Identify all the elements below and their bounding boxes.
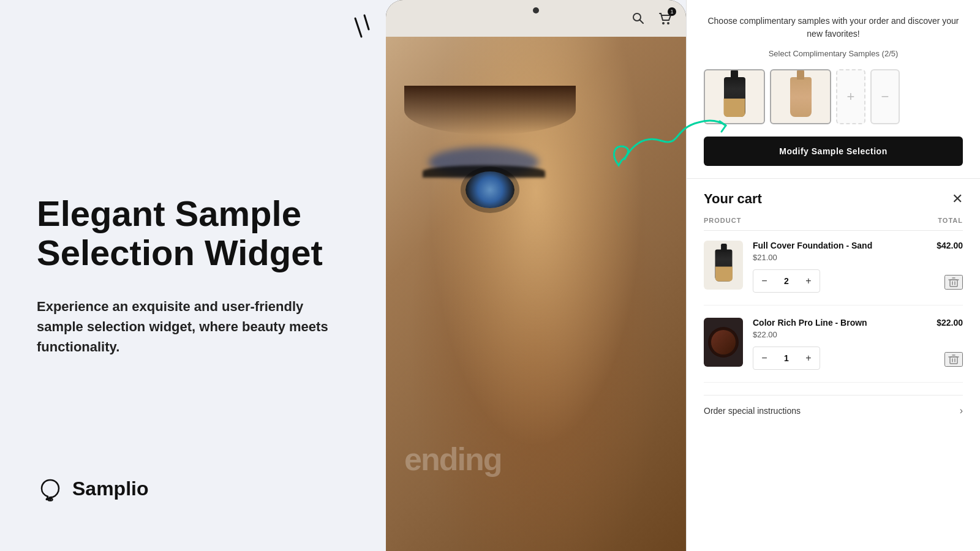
- cart-table-header: PRODUCT TOTAL: [704, 217, 963, 231]
- svg-rect-7: [950, 280, 957, 287]
- plus-icon: +: [847, 89, 855, 105]
- cart-header: Your cart ✕: [704, 191, 963, 207]
- sample-item-2[interactable]: [770, 69, 831, 124]
- trending-text: ending: [404, 441, 501, 478]
- cart-item-2-delete-button[interactable]: [944, 352, 963, 367]
- cart-icon-container[interactable]: 1: [657, 10, 674, 27]
- cart-item-1-product-image: [715, 249, 732, 281]
- total-column-header: TOTAL: [938, 217, 963, 224]
- sample-subtitle: Select Complimentary Samples (2/5): [704, 49, 963, 58]
- hero-description: Experience an exquisite and user-friendl…: [37, 296, 331, 357]
- hero-title: Elegant Sample Selection Widget: [37, 194, 380, 272]
- cart-item-2-qty-control: − 1 +: [753, 347, 820, 370]
- sample-add-slot[interactable]: +: [836, 69, 865, 124]
- foundation-tan-bottle: [790, 77, 812, 117]
- cart-item-1-details: Full Cover Foundation - Sand $21.00 − 2 …: [753, 241, 927, 293]
- right-panel: Choose complimentary samples with your o…: [686, 0, 980, 551]
- svg-point-5: [662, 22, 665, 24]
- cart-item-2-qty-value: 1: [775, 353, 797, 363]
- order-instructions-label: Order special instructions: [704, 406, 801, 416]
- cart-item-2-details: Color Rich Pro Line - Brown $22.00 − 1 +: [753, 318, 927, 370]
- cart-item-2-total: $22.00: [937, 318, 963, 328]
- cart-item-1-qty-increase[interactable]: +: [797, 270, 820, 292]
- tablet-topbar: 1: [386, 0, 686, 37]
- cart-item-1-qty-value: 2: [775, 276, 797, 286]
- cart-badge: 1: [668, 7, 676, 16]
- cart-item-2-qty-increase[interactable]: +: [797, 347, 820, 369]
- order-instructions[interactable]: Order special instructions ›: [704, 395, 963, 426]
- tablet-frame: 1 ending: [386, 0, 686, 551]
- tablet-camera: [533, 7, 539, 13]
- cart-item-1-unit-price: $21.00: [753, 253, 927, 262]
- sample-item-1[interactable]: [704, 69, 765, 124]
- search-icon[interactable]: [630, 10, 647, 27]
- logo-area: Samplio: [37, 475, 148, 502]
- svg-line-4: [640, 20, 644, 24]
- sample-widget: Choose complimentary samples with your o…: [687, 0, 980, 179]
- cart-title: Your cart: [704, 191, 762, 207]
- chevron-down-icon: ›: [960, 405, 963, 416]
- cart-item: Color Rich Pro Line - Brown $22.00 − 1 +…: [704, 318, 963, 383]
- svg-rect-12: [950, 357, 957, 364]
- product-column-header: PRODUCT: [704, 217, 741, 224]
- foundation-dark-bottle: [724, 77, 745, 117]
- cart-item-2-unit-price: $22.00: [753, 330, 927, 339]
- cart-close-button[interactable]: ✕: [952, 191, 963, 207]
- cart-item-1-qty-control: − 2 +: [753, 269, 820, 293]
- minus-icon: −: [881, 89, 889, 105]
- cart-item-1-name: Full Cover Foundation - Sand: [753, 241, 927, 250]
- left-panel: Elegant Sample Selection Widget Experien…: [37, 0, 380, 551]
- cart-item: Full Cover Foundation - Sand $21.00 − 2 …: [704, 241, 963, 305]
- modify-sample-selection-button[interactable]: Modify Sample Selection: [704, 137, 963, 166]
- svg-point-0: [48, 497, 52, 500]
- face-image: ending: [386, 37, 686, 551]
- sample-widget-title: Choose complimentary samples with your o…: [704, 15, 963, 40]
- cart-item-1-qty-decrease[interactable]: −: [753, 270, 775, 292]
- logo-text: Samplio: [72, 478, 148, 500]
- sample-items-row: + −: [704, 69, 963, 124]
- cart-item-2-name: Color Rich Pro Line - Brown: [753, 318, 927, 328]
- cart-item-1-total: $42.00: [937, 241, 963, 250]
- cart-item-1-delete-button[interactable]: [944, 275, 963, 290]
- cart-item-2-qty-decrease[interactable]: −: [753, 347, 775, 369]
- samplio-logo-icon: [37, 475, 64, 502]
- tablet-screen: 1 ending: [386, 0, 686, 551]
- cart-item-2-image: [704, 318, 743, 367]
- cart-item-1-image: [704, 241, 743, 290]
- cart-section: Your cart ✕ PRODUCT TOTAL Full Cover Fou…: [687, 179, 980, 438]
- sample-remove-slot[interactable]: −: [870, 69, 900, 124]
- device-wrapper: 1 ending: [386, 0, 980, 551]
- svg-point-6: [667, 22, 669, 24]
